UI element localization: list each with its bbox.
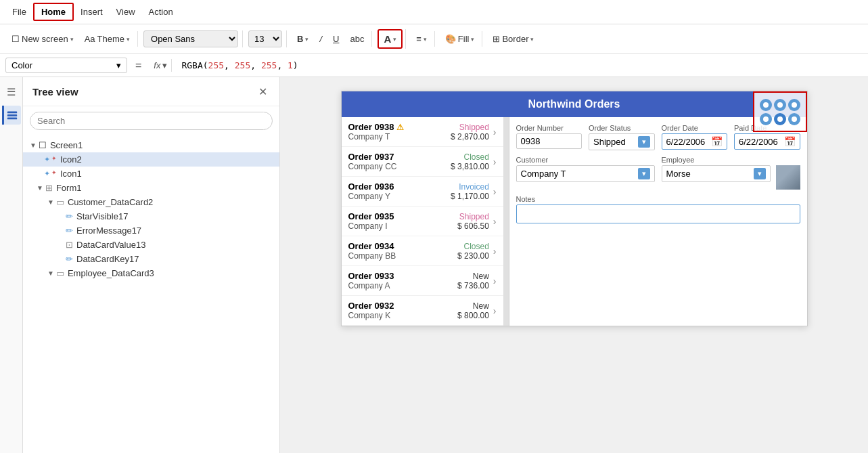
order-amount: $ 230.00 xyxy=(457,251,489,261)
notes-input[interactable] xyxy=(516,204,800,223)
order-row[interactable]: Order 0933 Company A New $ 736.00 › xyxy=(342,266,503,296)
menu-view[interactable]: View xyxy=(110,4,142,20)
tree-item-icon1[interactable]: ▶ ✦ ✦ Icon1 xyxy=(23,167,279,181)
tree-item-screen1[interactable]: ▼ ☐ Screen1 xyxy=(23,138,279,152)
main-area: ☰ Tree view ✕ ▼ ☐ Screen1 ▶ ✦ ✦ xyxy=(0,77,868,453)
order-row[interactable]: Order 0935 Company I Shipped $ 606.50 › xyxy=(342,207,503,236)
order-status-select[interactable]: Shipped ▾ xyxy=(589,133,655,150)
order-company: Company I xyxy=(348,221,458,231)
order-status-label: Order Status xyxy=(589,124,655,132)
order-info: Order 0934 Company BB xyxy=(348,241,458,261)
bold-icon: B xyxy=(297,34,303,44)
employee-select[interactable]: Morse ▾ xyxy=(662,165,771,182)
text-color-icon: A xyxy=(384,33,391,45)
layers-icon[interactable] xyxy=(2,106,21,125)
order-row[interactable]: Order 0937 Company CC Closed $ 3,810.00 … xyxy=(342,147,503,177)
menu-insert[interactable]: Insert xyxy=(74,4,110,20)
order-info: Order 0937 Company CC xyxy=(348,152,451,171)
menu-home[interactable]: Home xyxy=(33,3,74,21)
formula-fx-button[interactable]: fx ▾ xyxy=(150,59,172,72)
tree-item-starvisible17[interactable]: ▶ ✏ StarVisible17 xyxy=(23,209,279,223)
tree-close-button[interactable]: ✕ xyxy=(255,84,270,99)
new-screen-button[interactable]: ☐ New screen ▾ xyxy=(7,31,78,47)
tree-item-label: DataCardValue13 xyxy=(76,240,145,250)
list-scrollbar[interactable] xyxy=(504,117,509,326)
order-number-input[interactable] xyxy=(516,133,583,149)
tree-search-input[interactable] xyxy=(30,112,273,130)
font-size-selector[interactable]: 13 xyxy=(248,30,282,47)
row-chevron-icon: › xyxy=(493,216,497,227)
data-icon: ⊡ xyxy=(66,240,73,250)
border-button[interactable]: ⊞ Border ▾ xyxy=(488,31,539,47)
order-date-label: Order Date xyxy=(662,124,728,132)
formula-eq-symbol: = xyxy=(131,60,145,72)
align-button[interactable]: ≡ ▾ xyxy=(411,31,432,47)
order-info: Order 0933 Company A xyxy=(348,271,458,290)
order-status: New xyxy=(457,301,489,311)
fx-icon: fx xyxy=(154,60,160,70)
rgba-g: 255 xyxy=(235,60,250,70)
customer-select[interactable]: Company T ▾ xyxy=(516,165,655,182)
card-icon2: ▭ xyxy=(56,268,64,278)
order-date-value: 6/22/2006 xyxy=(666,137,712,147)
rgba-a: 1 xyxy=(288,60,293,70)
fill-button[interactable]: 🎨 Fill ▾ xyxy=(440,31,480,47)
svg-rect-2 xyxy=(7,118,17,120)
underline-icon: U xyxy=(333,34,339,44)
chevron-down-icon2: ▾ xyxy=(127,36,130,43)
order-status: New xyxy=(457,272,489,281)
hamburger-menu-icon[interactable]: ☰ xyxy=(2,83,21,102)
tree-item-icon2[interactable]: ▶ ✦ ✦ Icon2 xyxy=(23,152,279,167)
font-selector[interactable]: Open Sans xyxy=(143,30,238,47)
order-row[interactable]: Order 0938 ⚠ Company T Shipped $ 2,870.0… xyxy=(342,117,503,147)
order-row[interactable]: Order 0934 Company BB Closed $ 230.00 › xyxy=(342,236,503,266)
order-company: Company A xyxy=(348,281,458,290)
italic-button[interactable]: / xyxy=(315,31,327,47)
svg-point-4 xyxy=(777,102,783,108)
employee-dropdown-icon[interactable]: ▾ xyxy=(754,168,766,179)
tree-item-datacardvalue13[interactable]: ▶ ⊡ DataCardValue13 xyxy=(23,238,279,252)
tree-panel: Tree view ✕ ▼ ☐ Screen1 ▶ ✦ ✦ Icon2 xyxy=(23,77,280,453)
order-date-input[interactable]: 6/22/2006 📅 xyxy=(662,133,728,150)
order-status-field: Order Status Shipped ▾ xyxy=(589,124,655,150)
tree-item-form1[interactable]: ▼ ⊞ Form1 xyxy=(23,181,279,195)
tree-item-label: Icon2 xyxy=(60,154,82,165)
order-row[interactable]: Order 0936 Company Y Invoiced $ 1,170.00… xyxy=(342,177,503,207)
svg-point-3 xyxy=(763,102,769,108)
toolbar-group-screen: ☐ New screen ▾ Aa Theme ▾ xyxy=(4,31,138,47)
expand-icon2: ▼ xyxy=(37,184,43,192)
order-info: Order 0938 ⚠ Company T xyxy=(348,122,451,142)
employee-field: Employee Morse ▾ xyxy=(662,156,800,190)
order-amount: $ 1,170.00 xyxy=(451,192,489,201)
plus-icon: ✦ xyxy=(51,155,57,164)
order-status-dropdown-icon[interactable]: ▾ xyxy=(638,136,650,148)
menu-file[interactable]: File xyxy=(5,4,33,20)
rgba-comma2: , xyxy=(250,60,261,70)
row-chevron-icon: › xyxy=(493,186,497,197)
underline-button[interactable]: U xyxy=(328,31,344,47)
order-status-amount: Invoiced $ 1,170.00 xyxy=(451,182,489,201)
tree-item-datacardkey17[interactable]: ▶ ✏ DataCardKey17 xyxy=(23,252,279,266)
tree-item-errormessage17[interactable]: ▶ ✏ ErrorMessage17 xyxy=(23,223,279,238)
order-status-amount: New $ 800.00 xyxy=(457,301,489,320)
warning-icon: ⚠ xyxy=(396,123,404,132)
theme-icon: Aa xyxy=(85,34,95,44)
menu-action[interactable]: Action xyxy=(142,4,180,20)
text-color-button[interactable]: A ▾ xyxy=(378,29,403,49)
fill-chevron-icon: ▾ xyxy=(471,36,474,43)
order-row[interactable]: Order 0932 Company K New $ 800.00 › xyxy=(342,296,503,326)
tree-item-employee-datacard3[interactable]: ▼ ▭ Employee_DataCard3 xyxy=(23,266,279,280)
tree-item-label: Employee_DataCard3 xyxy=(68,268,154,278)
order-info: Order 0936 Company Y xyxy=(348,181,451,201)
customer-dropdown-icon[interactable]: ▾ xyxy=(638,168,650,179)
tree-item-customer-datacard2[interactable]: ▼ ▭ Customer_DataCard2 xyxy=(23,195,279,209)
theme-label: Theme xyxy=(97,34,124,44)
paid-date-input[interactable]: 6/22/2006 📅 xyxy=(734,133,800,150)
order-info: Order 0935 Company I xyxy=(348,211,458,231)
strikethrough-button[interactable]: abc xyxy=(345,31,369,47)
formula-property-selector[interactable]: Color ▾ xyxy=(5,58,127,73)
svg-rect-1 xyxy=(7,114,17,116)
bold-button[interactable]: B ▾ xyxy=(292,31,313,47)
theme-button[interactable]: Aa Theme ▾ xyxy=(80,31,135,47)
detail-row-2: Customer Company T ▾ Employee Morse xyxy=(516,156,800,190)
